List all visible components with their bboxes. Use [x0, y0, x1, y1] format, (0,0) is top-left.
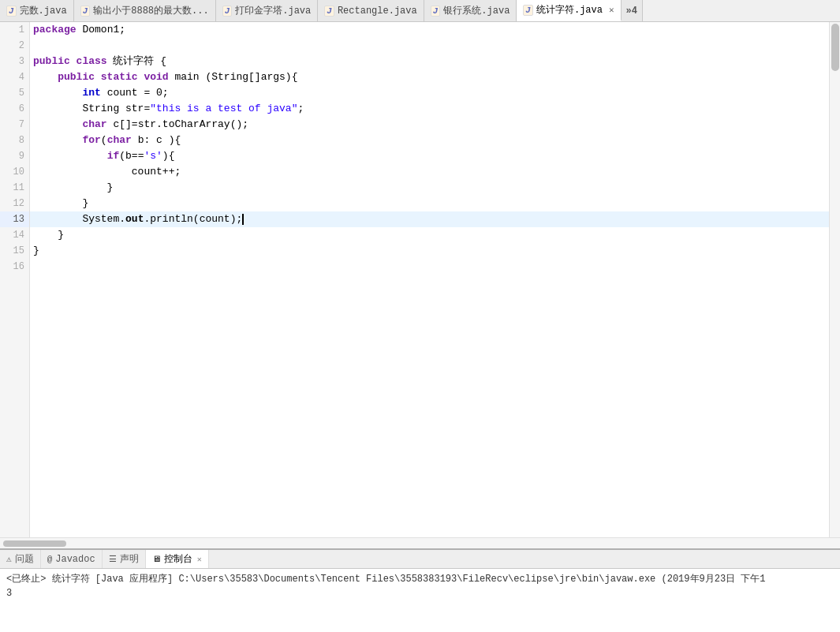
tab-wancheng[interactable]: J完数.java [0, 0, 74, 21]
code-line-6: String str="this is a test of java"; [30, 101, 829, 117]
token: .println(count); [144, 211, 242, 227]
token: char [82, 117, 106, 133]
token: } [33, 227, 64, 243]
code-line-5: int count = 0; [30, 85, 829, 101]
editor-container: 12345678910111213141516 package Domon1;p… [0, 22, 840, 537]
bottom-tab-bar: ⚠问题@Javadoc☰声明🖥控制台✕ [0, 550, 840, 569]
bottom-tab-javadoc[interactable]: @Javadoc [41, 550, 103, 568]
line-number-10: 10 [0, 164, 29, 180]
bottom-tab-wenti[interactable]: ⚠问题 [0, 550, 41, 568]
line-number-6: 6 [0, 101, 29, 117]
tab-icon-tongji: J [523, 5, 533, 16]
token: 统计字符 { [113, 54, 166, 69]
token: char [107, 133, 132, 148]
code-lines: package Domon1;public class 统计字符 { publi… [30, 22, 829, 275]
code-area[interactable]: package Domon1;public class 统计字符 { publi… [30, 22, 829, 537]
code-line-8: for(char b: c ){ [30, 133, 829, 148]
token [33, 148, 107, 164]
scrollbar-h-thumb [3, 540, 66, 547]
scrollbar-right[interactable] [829, 22, 840, 537]
token: for [82, 133, 100, 148]
token: public [33, 54, 77, 69]
tab-icon-jinsita: J [222, 6, 233, 17]
token: String str= [33, 101, 150, 117]
tab-yinhang[interactable]: J银行系统.java [424, 0, 517, 21]
token: } [33, 243, 39, 259]
tab-label-jinsita: 打印金字塔.java [235, 4, 311, 17]
code-line-14: } [30, 227, 829, 243]
tab-overflow[interactable]: »4 [622, 0, 643, 21]
code-line-1: package Domon1; [30, 22, 829, 38]
bottom-tab-label-kongtai: 控制台 [164, 552, 192, 566]
line-number-12: 12 [0, 196, 29, 211]
tab-label-yinhang: 银行系统.java [443, 4, 510, 17]
tab-label-rectangle: Rectangle.java [338, 6, 417, 17]
tab-label-shuchu: 输出小于8888的最大数... [93, 4, 208, 17]
code-line-3: public class 统计字符 { [30, 54, 829, 69]
bottom-tab-icon-kongtai: 🖥 [152, 554, 161, 564]
tab-close-tongji[interactable]: ✕ [609, 5, 614, 15]
tab-jinsita[interactable]: J打印金字塔.java [216, 0, 319, 21]
code-line-4: public static void main (String[]args){ [30, 69, 829, 85]
tab-shuchu[interactable]: J输出小于8888的最大数... [74, 0, 216, 21]
scrollbar-h-track [0, 540, 840, 548]
tab-tongji[interactable]: J统计字符.java✕ [517, 0, 621, 21]
token: System. [33, 211, 125, 227]
token: } [33, 196, 88, 211]
tab-rectangle[interactable]: JRectangle.java [318, 0, 424, 21]
token: } [33, 180, 113, 196]
tab-icon-yinhang: J [431, 6, 441, 17]
scrollbar-bottom[interactable] [0, 537, 840, 548]
line-number-15: 15 [0, 243, 29, 259]
line-number-2: 2 [0, 38, 29, 54]
line-number-4: 4 [0, 69, 29, 85]
token: b: c ){ [132, 133, 181, 148]
line-number-9: 9 [0, 148, 29, 164]
line-number-7: 7 [0, 117, 29, 133]
token [33, 85, 82, 101]
bottom-tab-kongtai[interactable]: 🖥控制台✕ [146, 550, 209, 568]
cursor [242, 214, 244, 225]
console-line-1: <已终止> 统计字符 [Java 应用程序] C:\Users\35583\Do… [6, 572, 834, 586]
bottom-tab-close-kongtai[interactable]: ✕ [197, 555, 202, 564]
line-number-13: 13 [0, 211, 29, 227]
token: ; [297, 101, 304, 117]
token: (b== [119, 148, 144, 164]
bottom-tab-icon-wenti: ⚠ [6, 554, 12, 564]
bottom-panel: ⚠问题@Javadoc☰声明🖥控制台✕ <已终止> 统计字符 [Java 应用程… [0, 548, 840, 632]
token: ( [101, 133, 107, 148]
line-number-11: 11 [0, 180, 29, 196]
token [33, 133, 82, 148]
token [33, 117, 82, 133]
line-number-8: 8 [0, 133, 29, 148]
bottom-tab-icon-shengming: ☰ [109, 554, 117, 564]
token: int [82, 85, 100, 101]
tab-bar: J完数.javaJ输出小于8888的最大数...J打印金字塔.javaJRect… [0, 0, 840, 22]
bottom-tab-label-shengming: 声明 [120, 552, 139, 566]
code-line-16 [30, 259, 829, 275]
line-number-3: 3 [0, 54, 29, 69]
console-output: <已终止> 统计字符 [Java 应用程序] C:\Users\35583\Do… [0, 569, 840, 632]
tab-label-tongji: 统计字符.java [536, 3, 603, 17]
token: public static void [33, 69, 174, 85]
code-line-7: char c[]=str.toCharArray(); [30, 117, 829, 133]
bottom-tab-label-javadoc: Javadoc [55, 554, 95, 565]
tab-icon-shuchu: J [80, 6, 91, 17]
token: if [107, 148, 120, 164]
token: count = 0; [101, 85, 169, 101]
console-line-2: 3 [6, 586, 834, 600]
bottom-tab-icon-javadoc: @ [47, 555, 53, 564]
bottom-tab-label-wenti: 问题 [15, 552, 34, 566]
token: main (String[]args){ [174, 69, 297, 85]
line-number-14: 14 [0, 227, 29, 243]
code-line-10: count++; [30, 164, 829, 180]
code-line-12: } [30, 196, 829, 211]
token: class [77, 54, 114, 69]
code-line-15: } [30, 243, 829, 259]
token: Domon1; [82, 22, 125, 38]
bottom-tab-shengming[interactable]: ☰声明 [103, 550, 146, 568]
scrollbar-thumb [831, 24, 839, 71]
code-line-11: } [30, 180, 829, 196]
line-number-1: 1 [0, 22, 29, 38]
line-number-5: 5 [0, 85, 29, 101]
